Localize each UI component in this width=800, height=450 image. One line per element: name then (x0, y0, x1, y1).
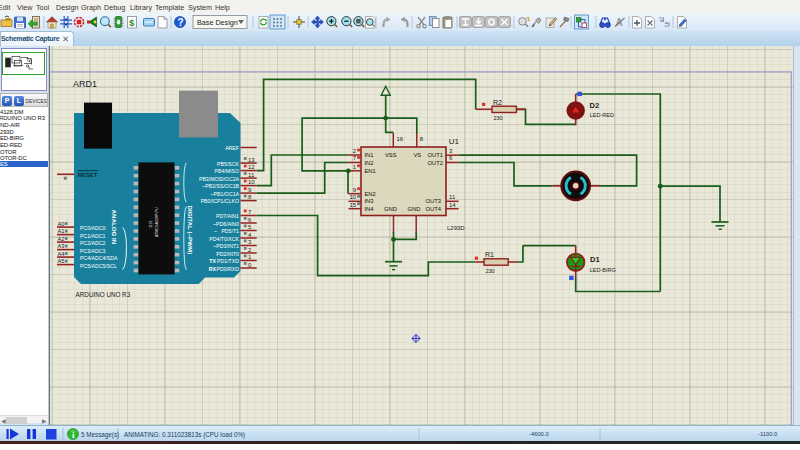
svg-text:3: 3 (449, 148, 453, 154)
svg-text:6: 6 (449, 155, 453, 161)
svg-text:12: 12 (248, 164, 255, 170)
svg-text:8: 8 (420, 136, 424, 142)
svg-text:GND: GND (384, 206, 397, 212)
svg-text:PB3/MOSI/OC2A: PB3/MOSI/OC2A (199, 176, 240, 182)
svg-text:A1: A1 (58, 228, 65, 234)
svg-text:D2: D2 (590, 101, 600, 110)
svg-text:16: 16 (397, 136, 404, 142)
svg-text:PD1/TXD: PD1/TXD (217, 258, 239, 264)
svg-text:EN2: EN2 (365, 191, 376, 197)
svg-text:7: 7 (353, 155, 357, 161)
svg-text:~PB1/OC1A: ~PB1/OC1A (211, 191, 240, 197)
svg-text:PC4/ADC4/SDA: PC4/ADC4/SDA (80, 255, 118, 261)
svg-text:A3: A3 (58, 243, 65, 249)
svg-text:PB4/MISO: PB4/MISO (214, 168, 239, 174)
svg-text:PD7/AIN1: PD7/AIN1 (216, 213, 239, 219)
svg-text:OUT1: OUT1 (428, 152, 443, 158)
svg-text:AREF: AREF (225, 145, 239, 151)
svg-text:~PD6/AIN0: ~PD6/AIN0 (213, 221, 239, 227)
svg-text:11: 11 (449, 194, 456, 200)
svg-text:1: 1 (248, 254, 252, 260)
svg-text:?: ? (177, 17, 183, 28)
svg-text:R2: R2 (493, 99, 502, 106)
svg-text:LED-BIRG: LED-BIRG (590, 267, 616, 273)
svg-text:11: 11 (248, 172, 255, 178)
svg-text:~PD3/INT1: ~PD3/INT1 (213, 243, 239, 249)
svg-text:3: 3 (248, 239, 252, 245)
svg-text:6: 6 (248, 217, 252, 223)
svg-text:~ PD5/T1: ~ PD5/T1 (214, 228, 239, 234)
svg-text:PD0/RXD: PD0/RXD (217, 266, 240, 272)
svg-text:2: 2 (248, 247, 252, 253)
svg-text:2: 2 (353, 148, 357, 154)
svg-text:PC2/ADC2: PC2/ADC2 (80, 240, 105, 246)
svg-text:A2: A2 (58, 236, 65, 242)
svg-text:8: 8 (248, 194, 252, 200)
svg-text:7: 7 (248, 209, 252, 215)
svg-text:1: 1 (353, 164, 357, 170)
svg-text:IN2: IN2 (365, 160, 374, 166)
svg-text:OUT2: OUT2 (428, 160, 443, 166)
svg-text:IN4: IN4 (365, 206, 375, 212)
svg-text:D1: D1 (590, 255, 600, 264)
svg-text:ARDUINO UNO R3: ARDUINO UNO R3 (76, 291, 131, 298)
svg-text:9: 9 (248, 187, 252, 193)
svg-text:Base Design: Base Design (197, 18, 238, 27)
svg-text:5: 5 (248, 224, 252, 230)
svg-text:PD4/T0/XCK: PD4/T0/XCK (209, 236, 239, 242)
svg-text:L293D: L293D (447, 225, 465, 231)
svg-text:PC3/ADC3: PC3/ADC3 (80, 248, 105, 254)
svg-text:PC0/ADC0: PC0/ADC0 (80, 225, 105, 231)
svg-text:PC1/ADC1: PC1/ADC1 (80, 233, 105, 239)
svg-text:A4: A4 (58, 251, 66, 257)
svg-text:A0: A0 (58, 221, 65, 227)
svg-text:IN1: IN1 (365, 152, 374, 158)
svg-text:R1: R1 (485, 251, 494, 258)
svg-text:TX: TX (209, 258, 216, 264)
svg-text:15: 15 (350, 202, 357, 208)
svg-text:RX: RX (209, 266, 217, 272)
svg-text:PC5/ADC5/SCL: PC5/ADC5/SCL (80, 263, 117, 269)
svg-text:$: $ (129, 18, 134, 28)
svg-text:~PB2/SS/OC1B: ~PB2/SS/OC1B (202, 183, 239, 189)
svg-text:ATMEGA328P-PU: ATMEGA328P-PU (155, 207, 159, 237)
svg-text:DIGITAL (~PWM): DIGITAL (~PWM) (187, 206, 194, 255)
svg-text:230: 230 (486, 268, 495, 274)
svg-text:OUT3: OUT3 (426, 198, 441, 204)
svg-text:ANALOG IN: ANALOG IN (111, 210, 118, 245)
svg-text:GND: GND (408, 206, 421, 212)
svg-text:PD2/INT0: PD2/INT0 (216, 251, 239, 257)
svg-text:13: 13 (248, 157, 255, 163)
svg-text:PB0/ICP1/CLKO: PB0/ICP1/CLKO (201, 198, 239, 204)
svg-text:10: 10 (248, 179, 255, 185)
svg-text:RESET: RESET (78, 172, 98, 178)
svg-text:VSS: VSS (385, 152, 397, 158)
svg-text:1121: 1121 (149, 220, 153, 228)
svg-text:230: 230 (494, 115, 503, 121)
svg-text:A5: A5 (58, 258, 65, 264)
svg-text:IN3: IN3 (365, 198, 374, 204)
svg-text:U1: U1 (449, 137, 460, 146)
svg-text:VS: VS (414, 152, 422, 158)
svg-text:4: 4 (248, 232, 252, 238)
svg-text:EN1: EN1 (365, 168, 376, 174)
svg-text:9: 9 (353, 187, 357, 193)
svg-text:0: 0 (248, 262, 252, 268)
svg-text:10: 10 (350, 194, 357, 200)
svg-text:OUT4: OUT4 (426, 206, 442, 212)
svg-text:14: 14 (449, 202, 456, 208)
svg-text:LED-RED: LED-RED (590, 112, 614, 118)
svg-text:ARD1: ARD1 (73, 79, 97, 89)
svg-text:PB5/SCK: PB5/SCK (217, 161, 239, 167)
